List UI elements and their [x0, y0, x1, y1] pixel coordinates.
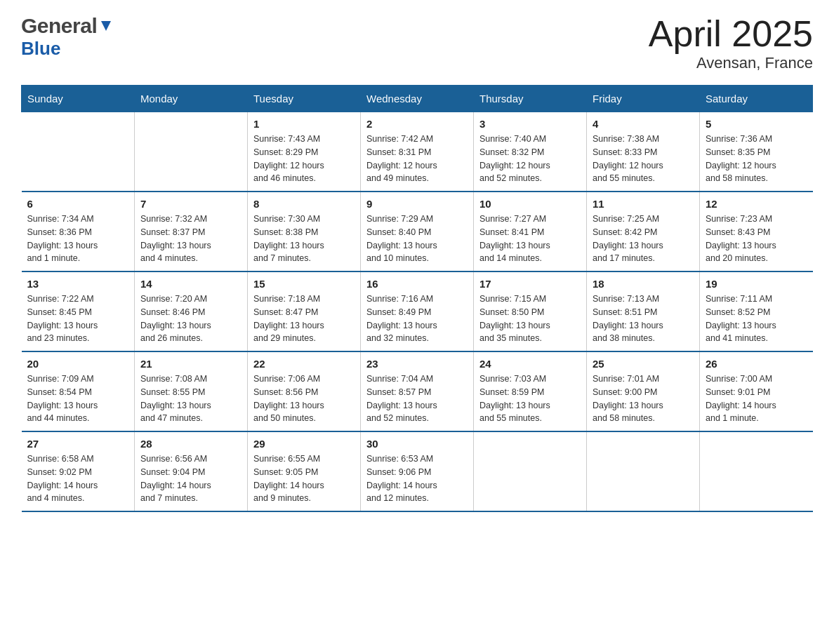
day-info: Sunrise: 7:13 AM Sunset: 8:51 PM Dayligh…: [593, 293, 694, 345]
table-row: [135, 112, 248, 192]
table-row: 23Sunrise: 7:04 AM Sunset: 8:57 PM Dayli…: [361, 351, 474, 431]
day-number: 8: [253, 198, 355, 210]
calendar-header-row: Sunday Monday Tuesday Wednesday Thursday…: [22, 86, 813, 112]
day-number: 5: [706, 118, 807, 130]
calendar-week-row: 20Sunrise: 7:09 AM Sunset: 8:54 PM Dayli…: [22, 351, 813, 431]
table-row: 15Sunrise: 7:18 AM Sunset: 8:47 PM Dayli…: [248, 271, 361, 351]
day-info: Sunrise: 7:30 AM Sunset: 8:38 PM Dayligh…: [253, 213, 355, 265]
logo-blue-text: Blue: [21, 38, 60, 59]
table-row: 5Sunrise: 7:36 AM Sunset: 8:35 PM Daylig…: [700, 112, 813, 192]
logo-arrow-icon: [98, 18, 114, 34]
day-number: 9: [366, 198, 468, 210]
header-sunday: Sunday: [22, 86, 135, 112]
table-row: 25Sunrise: 7:01 AM Sunset: 9:00 PM Dayli…: [587, 351, 700, 431]
calendar-week-row: 1Sunrise: 7:43 AM Sunset: 8:29 PM Daylig…: [22, 112, 813, 192]
header-monday: Monday: [135, 86, 248, 112]
calendar-week-row: 27Sunrise: 6:58 AM Sunset: 9:02 PM Dayli…: [22, 431, 813, 511]
day-number: 16: [366, 278, 468, 290]
day-info: Sunrise: 7:36 AM Sunset: 8:35 PM Dayligh…: [706, 133, 807, 185]
day-info: Sunrise: 6:53 AM Sunset: 9:06 PM Dayligh…: [366, 452, 468, 505]
table-row: 28Sunrise: 6:56 AM Sunset: 9:04 PM Dayli…: [135, 431, 248, 511]
day-info: Sunrise: 6:56 AM Sunset: 9:04 PM Dayligh…: [140, 452, 241, 505]
title-block: April 2025 Avensan, France: [649, 14, 813, 72]
table-row: [700, 431, 813, 511]
header-friday: Friday: [587, 86, 700, 112]
table-row: 1Sunrise: 7:43 AM Sunset: 8:29 PM Daylig…: [248, 112, 361, 192]
table-row: 12Sunrise: 7:23 AM Sunset: 8:43 PM Dayli…: [700, 192, 813, 271]
calendar-week-row: 13Sunrise: 7:22 AM Sunset: 8:45 PM Dayli…: [22, 271, 813, 351]
table-row: 7Sunrise: 7:32 AM Sunset: 8:37 PM Daylig…: [135, 192, 248, 271]
day-info: Sunrise: 6:58 AM Sunset: 9:02 PM Dayligh…: [27, 452, 129, 505]
day-number: 10: [479, 198, 581, 210]
day-number: 13: [27, 278, 129, 290]
day-number: 28: [140, 438, 241, 450]
day-info: Sunrise: 6:55 AM Sunset: 9:05 PM Dayligh…: [253, 452, 355, 505]
calendar-week-row: 6Sunrise: 7:34 AM Sunset: 8:36 PM Daylig…: [22, 192, 813, 271]
day-info: Sunrise: 7:16 AM Sunset: 8:49 PM Dayligh…: [366, 293, 468, 345]
day-info: Sunrise: 7:04 AM Sunset: 8:57 PM Dayligh…: [366, 373, 468, 425]
table-row: 27Sunrise: 6:58 AM Sunset: 9:02 PM Dayli…: [22, 431, 135, 511]
svg-marker-0: [101, 21, 111, 31]
table-row: 30Sunrise: 6:53 AM Sunset: 9:06 PM Dayli…: [361, 431, 474, 511]
table-row: 9Sunrise: 7:29 AM Sunset: 8:40 PM Daylig…: [361, 192, 474, 271]
day-number: 23: [366, 358, 468, 370]
day-number: 12: [706, 198, 807, 210]
table-row: 16Sunrise: 7:16 AM Sunset: 8:49 PM Dayli…: [361, 271, 474, 351]
day-info: Sunrise: 7:22 AM Sunset: 8:45 PM Dayligh…: [27, 293, 129, 345]
page-subtitle: Avensan, France: [649, 54, 813, 72]
day-info: Sunrise: 7:01 AM Sunset: 9:00 PM Dayligh…: [593, 373, 694, 425]
table-row: 24Sunrise: 7:03 AM Sunset: 8:59 PM Dayli…: [474, 351, 587, 431]
day-info: Sunrise: 7:27 AM Sunset: 8:41 PM Dayligh…: [479, 213, 581, 265]
day-number: 17: [479, 278, 581, 290]
day-number: 29: [253, 438, 355, 450]
table-row: 17Sunrise: 7:15 AM Sunset: 8:50 PM Dayli…: [474, 271, 587, 351]
day-info: Sunrise: 7:32 AM Sunset: 8:37 PM Dayligh…: [140, 213, 241, 265]
day-info: Sunrise: 7:25 AM Sunset: 8:42 PM Dayligh…: [593, 213, 694, 265]
day-info: Sunrise: 7:15 AM Sunset: 8:50 PM Dayligh…: [479, 293, 581, 345]
header-saturday: Saturday: [700, 86, 813, 112]
day-info: Sunrise: 7:29 AM Sunset: 8:40 PM Dayligh…: [366, 213, 468, 265]
day-info: Sunrise: 7:23 AM Sunset: 8:43 PM Dayligh…: [706, 213, 807, 265]
table-row: 20Sunrise: 7:09 AM Sunset: 8:54 PM Dayli…: [22, 351, 135, 431]
day-number: 7: [140, 198, 241, 210]
day-number: 4: [593, 118, 694, 130]
day-number: 1: [253, 118, 355, 130]
logo: General Blue: [21, 14, 114, 60]
day-info: Sunrise: 7:20 AM Sunset: 8:46 PM Dayligh…: [140, 293, 241, 345]
day-number: 15: [253, 278, 355, 290]
day-info: Sunrise: 7:08 AM Sunset: 8:55 PM Dayligh…: [140, 373, 241, 425]
day-info: Sunrise: 7:40 AM Sunset: 8:32 PM Dayligh…: [479, 133, 581, 185]
header: General Blue April 2025 Avensan, France: [21, 14, 813, 72]
header-wednesday: Wednesday: [361, 86, 474, 112]
table-row: 29Sunrise: 6:55 AM Sunset: 9:05 PM Dayli…: [248, 431, 361, 511]
day-info: Sunrise: 7:38 AM Sunset: 8:33 PM Dayligh…: [593, 133, 694, 185]
page-title: April 2025: [649, 14, 813, 54]
table-row: [22, 112, 135, 192]
table-row: 22Sunrise: 7:06 AM Sunset: 8:56 PM Dayli…: [248, 351, 361, 431]
table-row: 26Sunrise: 7:00 AM Sunset: 9:01 PM Dayli…: [700, 351, 813, 431]
day-number: 19: [706, 278, 807, 290]
table-row: 4Sunrise: 7:38 AM Sunset: 8:33 PM Daylig…: [587, 112, 700, 192]
day-number: 6: [27, 198, 129, 210]
day-number: 14: [140, 278, 241, 290]
day-info: Sunrise: 7:00 AM Sunset: 9:01 PM Dayligh…: [706, 373, 807, 425]
table-row: [474, 431, 587, 511]
day-info: Sunrise: 7:03 AM Sunset: 8:59 PM Dayligh…: [479, 373, 581, 425]
calendar-table: Sunday Monday Tuesday Wednesday Thursday…: [21, 85, 813, 512]
day-info: Sunrise: 7:42 AM Sunset: 8:31 PM Dayligh…: [366, 133, 468, 185]
day-number: 22: [253, 358, 355, 370]
day-number: 21: [140, 358, 241, 370]
table-row: 13Sunrise: 7:22 AM Sunset: 8:45 PM Dayli…: [22, 271, 135, 351]
table-row: 8Sunrise: 7:30 AM Sunset: 8:38 PM Daylig…: [248, 192, 361, 271]
day-number: 18: [593, 278, 694, 290]
day-number: 11: [593, 198, 694, 210]
day-number: 2: [366, 118, 468, 130]
day-info: Sunrise: 7:18 AM Sunset: 8:47 PM Dayligh…: [253, 293, 355, 345]
day-info: Sunrise: 7:34 AM Sunset: 8:36 PM Dayligh…: [27, 213, 129, 265]
header-thursday: Thursday: [474, 86, 587, 112]
table-row: 6Sunrise: 7:34 AM Sunset: 8:36 PM Daylig…: [22, 192, 135, 271]
table-row: 3Sunrise: 7:40 AM Sunset: 8:32 PM Daylig…: [474, 112, 587, 192]
logo-general-text: General: [21, 14, 97, 38]
day-number: 26: [706, 358, 807, 370]
table-row: 2Sunrise: 7:42 AM Sunset: 8:31 PM Daylig…: [361, 112, 474, 192]
